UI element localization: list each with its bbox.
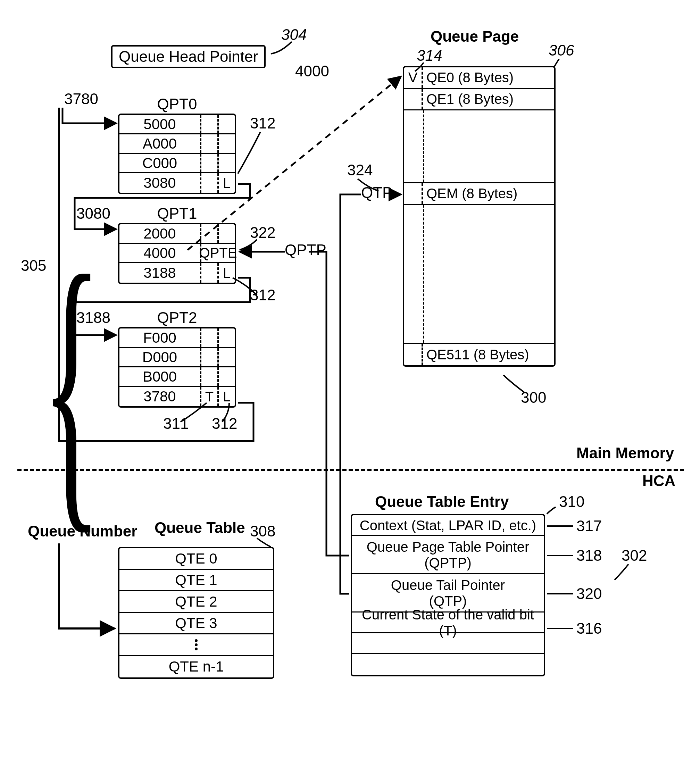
qp-gap2	[404, 205, 554, 344]
main-memory-label: Main Memory	[576, 444, 674, 462]
qp-qe1: QE1 (8 Bytes)	[404, 89, 554, 110]
ref-312c: 312	[212, 415, 237, 432]
diagram-canvas: 304 Queue Head Pointer Queue Page 314 30…	[7, 7, 700, 775]
qpt0-last-flag: L	[217, 173, 235, 193]
qt-row-gap	[120, 634, 273, 656]
addr-3080: 3080	[76, 205, 110, 222]
qpt1-table: 2000 4000QPTE 3188L	[118, 223, 236, 284]
qpt0-row3: 3080	[120, 175, 200, 191]
qpt0-row1: A000	[120, 135, 200, 152]
qte-context: Context (Stat, LPAR ID, etc.)	[352, 515, 544, 536]
qte-qptp: Queue Page Table Pointer(QPTP)	[352, 536, 544, 574]
qp-qem: QEM (8 Bytes)	[404, 183, 554, 205]
ref-324: 324	[347, 161, 372, 179]
qt-row-1: QTE 1	[120, 570, 273, 591]
qt-row-n1: QTE n-1	[120, 656, 273, 677]
qpt1-last-flag: L	[217, 263, 235, 283]
qpt2-title: QPT2	[118, 309, 236, 326]
qte-block: Context (Stat, LPAR ID, etc.) Queue Page…	[351, 514, 545, 676]
qpt1-row0: 2000	[120, 225, 200, 242]
qpte-cell: QPTE	[200, 244, 235, 262]
queue-page-block: V QE0 (8 Bytes) QE1 (8 Bytes) QEM (8 Byt…	[403, 66, 555, 367]
ref-311: 311	[163, 415, 188, 432]
ref-312a: 312	[250, 115, 275, 132]
qpt0-title: QPT0	[118, 95, 236, 113]
qp-qe0: V QE0 (8 Bytes)	[404, 67, 554, 89]
ref-306: 306	[549, 42, 574, 59]
hca-label: HCA	[642, 472, 675, 490]
ref-322: 322	[250, 224, 275, 241]
ref-320: 320	[576, 585, 602, 602]
qpt0-block: QPT0 5000 A000 C000 3080L	[118, 95, 236, 194]
qpt1-row1: 4000	[120, 245, 200, 261]
addr-3188: 3188	[76, 309, 110, 326]
ref-304: 304	[281, 26, 307, 43]
queue-table-block: QTE 0 QTE 1 QTE 2 QTE 3 QTE n-1	[118, 547, 274, 679]
addr-3780: 3780	[64, 90, 98, 108]
qpt0-row0: 5000	[120, 116, 200, 133]
addr-4000: 4000	[295, 63, 329, 80]
qpt2-t-flag: T	[200, 387, 217, 406]
qte-validbit: Current State of the valid bit (T)	[352, 612, 544, 633]
ref-302: 302	[622, 547, 647, 564]
qpt1-block: QPT1 2000 4000QPTE 3188L	[118, 205, 236, 284]
qpt0-table: 5000 A000 C000 3080L	[118, 113, 236, 194]
qpt0-row2: C000	[120, 155, 200, 171]
queue-table-label: Queue Table	[155, 519, 245, 536]
ref-312b: 312	[250, 286, 275, 304]
brace-icon: {	[42, 260, 102, 511]
ref-318: 318	[576, 547, 602, 564]
qpt2-row3: 3780	[120, 388, 200, 405]
qp-v-cell: V	[404, 67, 423, 88]
qptp-label: QPTP	[285, 241, 326, 259]
qpt1-row2: 3188	[120, 264, 200, 281]
qpt2-table: F000 D000 B000 3780TL	[118, 327, 236, 407]
queue-page-title: Queue Page	[431, 28, 519, 45]
queue-head-pointer: Queue Head Pointer	[111, 45, 266, 68]
qt-row-3: QTE 3	[120, 613, 273, 634]
qpt2-block: QPT2 F000 D000 B000 3780TL	[118, 309, 236, 407]
qpt1-title: QPT1	[118, 205, 236, 222]
qpt2-row2: B000	[120, 368, 200, 385]
ref-300: 300	[521, 389, 546, 406]
qp-gap1	[404, 110, 554, 183]
qt-row-2: QTE 2	[120, 591, 273, 613]
qtp-label: QTP	[361, 184, 392, 201]
qt-row-0: QTE 0	[120, 548, 273, 570]
qpt2-last-flag: L	[217, 387, 235, 406]
qpt2-row0: F000	[120, 329, 200, 346]
ref-310: 310	[559, 493, 584, 511]
qp-qe511: QE511 (8 Bytes)	[404, 344, 554, 365]
ref-314: 314	[417, 47, 442, 64]
ref-308: 308	[250, 522, 275, 540]
qte-empty2	[352, 654, 544, 675]
qpt2-row1: D000	[120, 349, 200, 366]
divider-line	[17, 469, 684, 471]
qte-title: Queue Table Entry	[375, 493, 509, 511]
ref-316: 316	[576, 620, 602, 637]
ref-317: 317	[576, 517, 602, 535]
queue-number-label: Queue Number	[28, 522, 137, 540]
